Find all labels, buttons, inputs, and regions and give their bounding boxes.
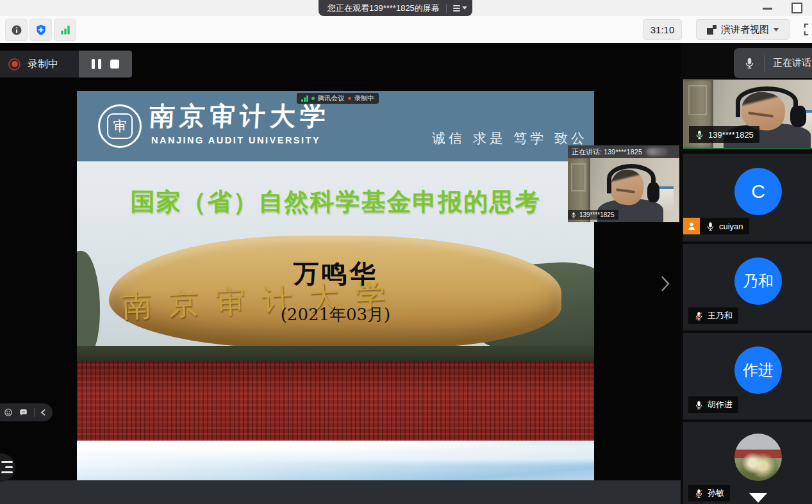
security-button[interactable] — [29, 19, 52, 41]
university-logo: 审 — [98, 104, 142, 148]
profile-badge — [683, 218, 700, 234]
stop-recording-button[interactable] — [110, 60, 119, 69]
timer-value: 31:10 — [650, 24, 675, 35]
side-panel-toggle-button[interactable] — [0, 453, 15, 482]
divider — [764, 55, 765, 72]
university-motto: 诚信 求是 笃学 致公 — [432, 129, 588, 147]
watermark-recording-label: 录制中 — [354, 94, 375, 103]
shield-plus-icon — [35, 24, 47, 37]
avatar: 乃和 — [734, 257, 782, 305]
divider — [34, 408, 35, 417]
participant-tile-huzuojin[interactable]: 作进 胡作进 — [683, 333, 812, 419]
mic-active-icon — [570, 212, 577, 218]
slide-wave-footer — [77, 441, 594, 480]
mic-muted-icon — [694, 489, 704, 498]
toolbar: 31:10 演讲者视图 — [0, 16, 812, 44]
participant-name: 孙敏 — [708, 487, 724, 499]
minimize-button[interactable] — [763, 8, 772, 10]
blurred-watermark — [646, 148, 668, 156]
participant-name-row: 胡作进 — [688, 396, 738, 413]
chat-icon[interactable] — [19, 408, 28, 417]
recording-bar: 录制中 — [0, 51, 132, 77]
next-page-chevron[interactable] — [660, 275, 670, 295]
university-name-en: NANJING AUDIT UNIVERSITY — [151, 135, 320, 145]
avatar: 作进 — [734, 346, 782, 394]
view-mode-label: 演讲者视图 — [721, 24, 769, 36]
fullscreen-button[interactable] — [803, 22, 812, 39]
participant-name-row: cuiyan — [683, 218, 749, 234]
presentation-slide: 审 南京审计大学 NANJING AUDIT UNIVERSITY 诚信 求是 … — [77, 91, 594, 480]
participant-tile-1825[interactable]: 139****1825 — [683, 79, 812, 149]
mic-icon — [743, 57, 756, 69]
watching-banner-text: 您正在观看139****1825的屏幕 — [327, 3, 440, 14]
signal-bars-icon — [301, 95, 308, 102]
recording-dot-icon — [8, 58, 21, 70]
participant-name: cuiyan — [719, 222, 743, 231]
speaker-overlay-name-label: 139****1825 — [568, 210, 618, 220]
participant-name: 王乃和 — [708, 310, 733, 321]
slide-date: (2021年03月) — [77, 304, 594, 326]
list-icon — [453, 5, 460, 12]
chevron-down-icon — [774, 28, 779, 31]
watermark-app-name: 腾讯会议 — [318, 94, 345, 103]
speaker-overlay-name: 139****1825 — [579, 211, 615, 218]
speaking-tooltip: 正在讲话 — [734, 48, 812, 78]
watching-banner: 您正在观看139****1825的屏幕 — [319, 0, 472, 16]
slide-flower-field-photo — [77, 361, 594, 441]
mic-icon — [694, 400, 704, 410]
slide-treeline-photo — [77, 346, 594, 361]
participant-name: 139****1825 — [708, 130, 754, 140]
participant-tile-wangnaihe[interactable]: 乃和 王乃和 — [683, 244, 812, 330]
participant-name: 胡作进 — [708, 399, 733, 411]
university-logo-char: 审 — [107, 113, 133, 139]
collapse-chevron-icon[interactable] — [40, 409, 46, 416]
pause-recording-button[interactable] — [92, 59, 101, 69]
meeting-watermark-badge: 腾讯会议 录制中 — [297, 93, 379, 104]
emoji-icon[interactable] — [4, 408, 13, 417]
signal-bars-icon — [59, 24, 72, 37]
bottom-strip — [0, 480, 681, 504]
slide-title: 国家（省）自然科学基金申报的思考 — [77, 186, 594, 218]
participant-name-row: 王乃和 — [688, 307, 738, 324]
title-bar: 您正在观看139****1825的屏幕 — [0, 0, 812, 16]
university-name-cn: 南京审计大学 — [149, 99, 331, 134]
participant-name-row: 139****1825 — [689, 126, 759, 143]
network-status-button[interactable] — [54, 19, 76, 41]
banner-menu-button[interactable] — [453, 5, 467, 12]
reaction-toolbar — [0, 403, 53, 421]
participant-name-row: 孙敏 — [688, 485, 730, 501]
mic-icon — [706, 222, 715, 231]
maximize-button[interactable] — [791, 3, 802, 13]
online-dot-icon — [311, 97, 315, 100]
participants-sidebar: 139****1825 C cuiyan — [681, 43, 812, 504]
recording-status-label: 录制中 — [28, 58, 58, 71]
banner-divider — [446, 4, 447, 13]
recording-status: 录制中 — [0, 51, 79, 77]
speaker-overlay-title: 正在讲话: 139****1825 — [572, 147, 642, 157]
view-mode-button[interactable]: 演讲者视图 — [696, 19, 790, 40]
fullscreen-icon — [803, 22, 812, 37]
slide-author: 万鸣华 — [77, 256, 594, 291]
meeting-info-button[interactable] — [5, 19, 28, 41]
meeting-timer: 31:10 — [643, 19, 682, 40]
avatar-photo — [734, 434, 782, 481]
recording-dot-icon — [348, 97, 351, 100]
participant-tile-sunmin[interactable]: 孙敏 — [683, 422, 812, 504]
layout-icon — [707, 25, 717, 35]
speaker-overlay-header: 正在讲话: 139****1825 — [568, 145, 679, 158]
recording-controls — [79, 51, 132, 77]
shared-screen-area: 录制中 审 南京审计大学 NANJING AUDIT UNIVERSITY 诚信… — [0, 43, 681, 504]
chevron-down-icon — [462, 6, 467, 10]
mic-muted-icon — [694, 311, 704, 321]
slide-header-band: 审 南京审计大学 NANJING AUDIT UNIVERSITY 诚信 求是 … — [77, 91, 594, 161]
speaking-tooltip-text: 正在讲话 — [773, 57, 811, 69]
avatar: C — [734, 168, 782, 215]
chevron-right-icon — [660, 275, 670, 293]
scroll-down-arrow[interactable] — [749, 493, 767, 503]
info-icon — [10, 24, 23, 37]
speaker-overlay-window[interactable]: 正在讲话: 139****1825 — [568, 145, 679, 222]
person-icon — [686, 221, 697, 231]
speaker-overlay-video: 139****1825 — [568, 158, 679, 222]
mic-active-icon — [695, 130, 704, 140]
participant-tile-cuiyan[interactable]: C cuiyan — [683, 154, 812, 241]
